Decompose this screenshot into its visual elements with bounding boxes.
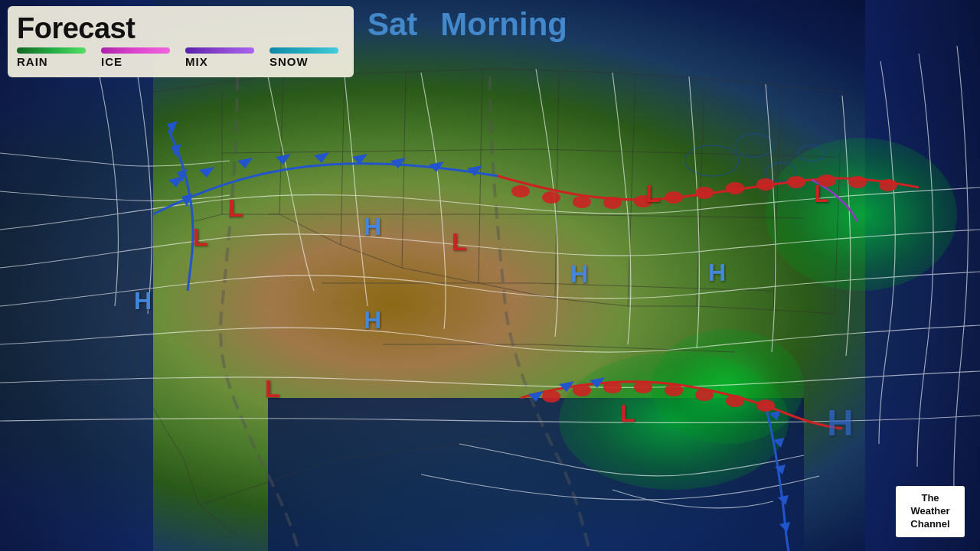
low-pressure-sw: L xyxy=(265,375,280,403)
legend-rain: RAIN xyxy=(17,47,86,68)
snow-swatch xyxy=(270,47,338,54)
high-pressure-atlantic-large: H xyxy=(827,402,854,444)
low-pressure-ne1: L xyxy=(645,180,661,208)
high-pressure-east: H xyxy=(708,259,726,287)
twc-line3: Channel xyxy=(910,518,949,530)
low-pressure-central: L xyxy=(452,228,467,256)
high-pressure-central2: H xyxy=(364,306,381,334)
rain-swatch xyxy=(17,47,86,54)
high-pressure-west: H xyxy=(134,287,152,315)
precip-south xyxy=(651,329,804,444)
legend-title: Forecast xyxy=(17,14,338,43)
low-pressure-nw: L xyxy=(228,194,243,223)
pacific-ocean xyxy=(0,0,153,551)
header-datetime: Sat Morning xyxy=(368,6,567,43)
high-pressure-midwest: H xyxy=(570,260,588,289)
ice-label: ICE xyxy=(101,55,122,68)
rain-label: RAIN xyxy=(17,55,48,68)
legend-items: RAIN ICE MIX SNOW xyxy=(17,47,338,68)
precip-northeast xyxy=(766,138,957,291)
mix-swatch xyxy=(185,47,254,54)
header-timeofday: Morning xyxy=(440,6,567,43)
legend-snow: SNOW xyxy=(270,47,338,68)
legend-box: Forecast RAIN ICE MIX SNOW xyxy=(8,6,354,77)
low-pressure-ne2: L xyxy=(814,180,829,208)
low-pressure-w: L xyxy=(193,223,208,252)
legend-mix: MIX xyxy=(185,47,254,68)
mix-label: MIX xyxy=(185,55,208,68)
snow-label: SNOW xyxy=(270,55,309,68)
twc-logo: The Weather Channel xyxy=(896,486,965,537)
header-day: Sat xyxy=(368,6,417,43)
twc-line1: The xyxy=(921,492,939,504)
ice-swatch xyxy=(101,47,170,54)
twc-line2: Weather xyxy=(910,505,949,517)
low-pressure-south: L xyxy=(620,399,635,428)
high-pressure-central: H xyxy=(364,213,381,241)
legend-ice: ICE xyxy=(101,47,170,68)
map-container: H H H H H H L L L L L L L Forecast RAIN … xyxy=(0,0,980,551)
